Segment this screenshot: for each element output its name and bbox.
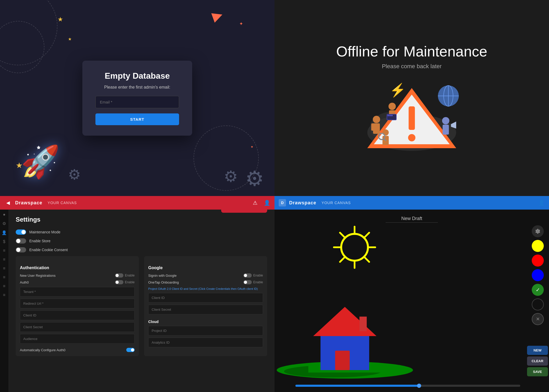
svg-point-18 bbox=[442, 117, 449, 124]
new-user-reg-row: New User Registrations Enable bbox=[20, 273, 135, 278]
user-icon-left[interactable]: 👤 bbox=[264, 200, 270, 206]
canvas-header: D Drawspace YOUR CANVAS 👤 bbox=[274, 196, 549, 210]
drawing-canvas[interactable]: ✓ ✕ NEW CLEAR SAVE bbox=[274, 210, 549, 392]
clear-button[interactable]: CLEAR bbox=[527, 356, 548, 366]
offline-button[interactable]: Offline bbox=[221, 210, 267, 213]
auth0-row: Auth0 Enable bbox=[20, 280, 135, 284]
maintenance-subtitle: Please come back later bbox=[382, 63, 442, 70]
maintenance-mode-label: Maintenance Mode bbox=[29, 230, 60, 234]
color-swatch-black[interactable] bbox=[532, 298, 544, 310]
onetap-row: OneTap Onboarding Enable bbox=[148, 280, 263, 284]
project-id-input[interactable] bbox=[148, 326, 263, 336]
nav-list-icon-2[interactable]: ≡ bbox=[3, 257, 5, 262]
color-swatch-yellow[interactable] bbox=[532, 240, 544, 252]
cookie-consent-row: Enable Cookie Consent bbox=[16, 247, 68, 252]
save-button[interactable]: SAVE bbox=[527, 367, 548, 376]
onetap-knob bbox=[244, 281, 247, 284]
client-id-input-google[interactable] bbox=[148, 293, 263, 303]
nav-list-icon-5[interactable]: ≡ bbox=[3, 284, 5, 289]
settings-title: Settings bbox=[16, 216, 68, 223]
tenant-input[interactable] bbox=[20, 287, 135, 297]
eraser-tool[interactable]: ✕ bbox=[532, 313, 544, 325]
svg-line-31 bbox=[340, 233, 345, 238]
progress-thumb[interactable] bbox=[417, 384, 421, 388]
nav-list-icon-4[interactable]: ≡ bbox=[3, 275, 5, 280]
svg-point-11 bbox=[373, 116, 380, 123]
nav-money-icon[interactable]: $ bbox=[3, 239, 5, 244]
enable-store-toggle[interactable] bbox=[16, 238, 26, 244]
nav-list-icon-1[interactable]: ≡ bbox=[3, 248, 5, 253]
oauth-link-text[interactable]: Project OAuth 2.0 Client ID and Secret (… bbox=[148, 287, 263, 291]
settings-header: ◀ Drawspace YOUR CANVAS ⚠ 👤 bbox=[0, 196, 274, 210]
drawspace-logo-icon: D bbox=[279, 199, 286, 206]
sidebar-toggle-button[interactable]: ◀ bbox=[4, 199, 12, 207]
your-canvas-left: YOUR CANVAS bbox=[48, 201, 77, 205]
svg-marker-40 bbox=[313, 307, 376, 336]
email-input[interactable] bbox=[95, 96, 179, 108]
maintenance-mode-row: Maintenance Mode bbox=[16, 229, 68, 235]
color-swatch-green[interactable]: ✓ bbox=[532, 284, 544, 296]
svg-rect-4 bbox=[409, 106, 415, 130]
cloud-title: Cloud bbox=[148, 320, 263, 324]
settings-two-col: Authentication New User Registrations En… bbox=[16, 256, 267, 356]
panel-maintenance: Offline for Maintenance Please come back… bbox=[274, 0, 549, 196]
auth-section: Authentication New User Registrations En… bbox=[16, 256, 139, 356]
auto-config-row: Automatically Configure Auth0 bbox=[20, 348, 135, 352]
panel-empty-database: ★ ★ ★ ✦ ✦ ▶ ⚙ ⚙ ⚙ 🚀 Empty Database Pleas… bbox=[0, 0, 274, 196]
nav-icon-1: ● bbox=[3, 212, 5, 217]
svg-rect-41 bbox=[335, 351, 350, 370]
client-secret-input-auth[interactable] bbox=[20, 322, 135, 332]
svg-point-25 bbox=[389, 115, 391, 116]
client-id-input-auth[interactable] bbox=[20, 310, 135, 320]
canvas-settings-swatch[interactable] bbox=[532, 225, 544, 237]
nav-user-icon[interactable]: 👤 bbox=[2, 230, 7, 235]
maintenance-mode-toggle[interactable] bbox=[16, 229, 26, 235]
empty-database-modal: Empty Database Please enter the first ad… bbox=[82, 61, 192, 136]
signin-google-toggle[interactable] bbox=[243, 273, 252, 278]
settings-main-content: Settings Maintenance Mode Enable Store bbox=[8, 210, 274, 392]
auth0-label: Auth0 bbox=[20, 280, 29, 284]
nav-list-icon-3[interactable]: ≡ bbox=[3, 266, 5, 271]
svg-point-24 bbox=[387, 115, 389, 116]
enable-store-knob bbox=[16, 239, 20, 243]
star-2: ★ bbox=[68, 37, 72, 42]
svg-line-32 bbox=[364, 233, 369, 238]
auto-config-toggle[interactable] bbox=[126, 348, 135, 352]
color-swatch-red[interactable] bbox=[532, 255, 544, 267]
redirect-url-input[interactable] bbox=[20, 299, 135, 308]
new-button[interactable]: NEW bbox=[527, 346, 548, 355]
onetap-enable: Enable bbox=[253, 280, 263, 284]
color-swatch-blue[interactable] bbox=[532, 269, 544, 281]
enable-store-label: Enable Store bbox=[29, 239, 50, 243]
cookie-consent-label: Enable Cookie Consent bbox=[29, 248, 68, 252]
star-1: ★ bbox=[58, 16, 63, 23]
start-button[interactable]: START bbox=[95, 113, 179, 125]
svg-rect-19 bbox=[443, 125, 449, 135]
new-user-reg-toggle[interactable] bbox=[115, 273, 123, 278]
warning-icon: ⚠ bbox=[253, 200, 258, 206]
svg-point-21 bbox=[388, 103, 396, 110]
signin-google-row: Signin with Google Enable bbox=[148, 273, 263, 278]
gear-icon-right: ⚙ bbox=[245, 166, 264, 191]
svg-line-34 bbox=[364, 257, 369, 262]
client-secret-input-google[interactable] bbox=[148, 305, 263, 314]
onetap-toggle[interactable] bbox=[243, 280, 252, 284]
svg-point-5 bbox=[408, 134, 415, 141]
svg-rect-13 bbox=[371, 123, 375, 131]
analytics-id-input[interactable] bbox=[148, 338, 263, 347]
drawspace-logo-right: Drawspace bbox=[289, 200, 316, 206]
maintenance-svg: ⚡ bbox=[362, 80, 461, 153]
maintenance-title: Offline for Maintenance bbox=[336, 43, 487, 60]
cookie-consent-toggle[interactable] bbox=[16, 247, 26, 252]
audience-input[interactable] bbox=[20, 334, 135, 344]
svg-line-33 bbox=[340, 257, 345, 262]
user-icon-right[interactable]: 👤 bbox=[538, 200, 545, 206]
maintenance-mode-knob bbox=[21, 230, 26, 234]
auth0-toggle[interactable] bbox=[115, 280, 123, 284]
signin-google-enable: Enable bbox=[253, 274, 263, 277]
onetap-control: Enable bbox=[243, 280, 263, 284]
maintenance-illustration: ⚡ bbox=[362, 80, 461, 153]
auto-config-knob bbox=[131, 348, 134, 351]
nav-settings-icon[interactable]: ⚙ bbox=[2, 221, 6, 226]
nav-list-icon-6[interactable]: ≡ bbox=[3, 293, 5, 297]
